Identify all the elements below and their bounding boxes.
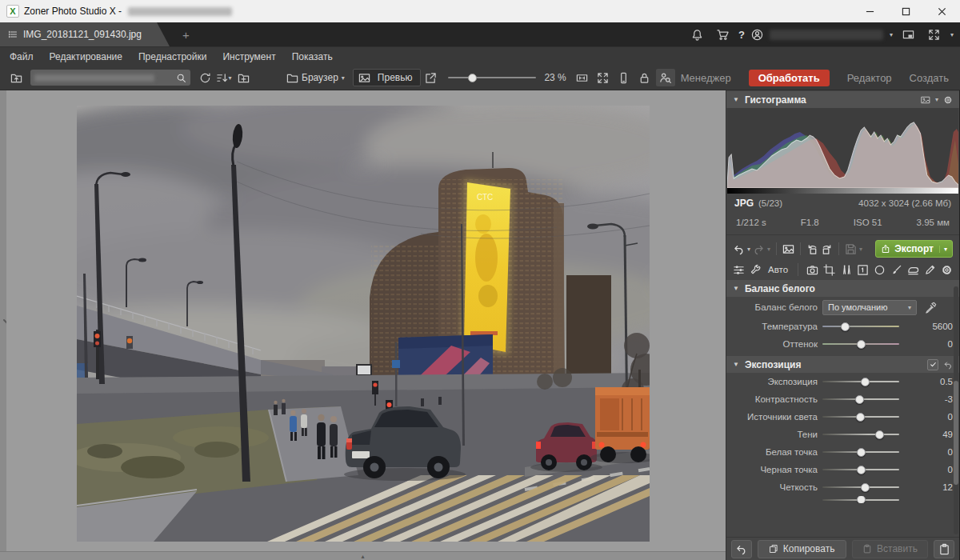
lock-zoom-button[interactable]	[635, 69, 654, 86]
account-chevron-down-icon[interactable]: ▾	[890, 31, 893, 38]
retouch-pen-icon[interactable]	[924, 264, 936, 276]
redo-chevron-down-icon[interactable]: ▾	[767, 246, 770, 253]
save-chevron-down-icon[interactable]: ▾	[859, 246, 862, 253]
device-preview-button[interactable]	[614, 69, 634, 86]
folder-up-button[interactable]	[6, 69, 26, 86]
redo-icon[interactable]	[753, 243, 765, 255]
browser-chevron-down-icon[interactable]: ▾	[342, 74, 345, 82]
mode-editor[interactable]: Редактор	[847, 72, 892, 84]
slider-handle[interactable]	[855, 395, 864, 404]
account-icon[interactable]	[751, 29, 763, 41]
filmstrip-toggle[interactable]: ▴	[0, 551, 726, 560]
refresh-button[interactable]	[195, 69, 214, 86]
partial-slider[interactable]	[822, 499, 899, 501]
panel-scrollbar-thumb[interactable]	[954, 381, 958, 485]
fullscreen-button[interactable]	[925, 26, 944, 43]
panel-scrollbar[interactable]	[954, 286, 958, 534]
menu-show[interactable]: Показать	[292, 51, 333, 62]
mode-develop[interactable]: Обработать	[749, 70, 830, 86]
sort-chevron-down-icon[interactable]: ▾	[228, 74, 231, 82]
white-balance-dropdown[interactable]: По умолчанию ▾	[822, 300, 917, 315]
export-chevron-down-icon[interactable]: ▾	[939, 246, 947, 253]
slider-handle[interactable]	[841, 322, 850, 331]
healing-icon[interactable]	[907, 264, 919, 276]
photo-preview[interactable]: СТС	[77, 106, 650, 542]
temperature-slider[interactable]	[822, 326, 899, 327]
path-search-input[interactable]	[30, 70, 190, 86]
compare-image-icon[interactable]	[782, 243, 794, 255]
maximize-button[interactable]	[888, 0, 924, 22]
menu-file[interactable]: Файл	[10, 51, 34, 62]
minimize-button[interactable]	[852, 0, 888, 22]
histogram-chevron-down-icon[interactable]: ▾	[935, 96, 938, 103]
quick-fix-wrench-icon[interactable]	[750, 264, 762, 276]
slider-handle[interactable]	[861, 483, 870, 492]
store-button[interactable]	[713, 26, 732, 43]
contrast-slider[interactable]	[822, 398, 899, 400]
paste-settings-button[interactable]: Вставить	[852, 540, 929, 558]
brush-icon[interactable]	[890, 264, 902, 276]
slider-handle[interactable]	[857, 340, 866, 349]
slider-handle[interactable]	[857, 466, 866, 474]
menu-presets[interactable]: Преднастройки	[138, 51, 207, 62]
frame-tool-icon[interactable]	[857, 264, 869, 276]
white-point-slider[interactable]	[822, 451, 899, 453]
collapse-triangle-icon[interactable]: ▼	[733, 361, 739, 368]
close-button[interactable]	[924, 0, 960, 22]
histogram-header[interactable]: ▼ Гистограмма ▾	[726, 91, 959, 108]
exposure-enabled-checkbox[interactable]	[927, 359, 938, 370]
auto-enhance-button[interactable]: Авто	[768, 265, 788, 274]
fullscreen-view-button[interactable]	[594, 69, 613, 86]
exposure-header[interactable]: ▼ Экспозиция	[726, 356, 959, 373]
undo-chevron-down-icon[interactable]: ▾	[747, 246, 750, 253]
copy-settings-button[interactable]: Копировать	[758, 540, 846, 558]
zoom-lock-button[interactable]	[656, 69, 675, 86]
black-point-slider[interactable]	[822, 469, 899, 470]
eyedropper-icon[interactable]	[925, 302, 937, 314]
settings-gear-icon[interactable]	[941, 264, 953, 276]
tab-image[interactable]: IMG_20181121_091430.jpg	[0, 22, 174, 46]
slider-handle[interactable]	[875, 430, 884, 439]
slider-handle[interactable]	[861, 378, 870, 386]
mode-manager[interactable]: Менеджер	[681, 72, 731, 84]
clipboard-button[interactable]	[934, 540, 954, 558]
menu-tool[interactable]: Инструмент	[222, 51, 275, 62]
zoom-slider-handle[interactable]	[468, 74, 477, 82]
rotate-right-icon[interactable]	[821, 243, 833, 255]
reset-undo-button[interactable]	[731, 540, 752, 558]
radial-filter-icon[interactable]	[874, 264, 886, 276]
fit-to-screen-button[interactable]	[573, 69, 592, 86]
notifications-button[interactable]	[687, 26, 706, 43]
detach-preview-button[interactable]	[421, 69, 440, 86]
browser-label[interactable]: Браузер	[302, 72, 338, 83]
export-button[interactable]: Экспорт ▾	[875, 240, 953, 258]
slider-handle[interactable]	[856, 413, 865, 422]
second-display-button[interactable]	[899, 26, 918, 43]
zoom-slider[interactable]	[448, 77, 536, 78]
white-balance-header[interactable]: ▼ Баланс белого	[726, 280, 959, 297]
rotate-left-icon[interactable]	[806, 243, 818, 255]
histogram-display-icon[interactable]	[921, 95, 930, 105]
straighten-icon[interactable]	[840, 264, 852, 276]
preview-button[interactable]: Превью	[353, 69, 422, 86]
camera-icon[interactable]	[806, 264, 818, 276]
menu-edit[interactable]: Редактирование	[50, 51, 122, 62]
histogram-settings-gear-icon[interactable]	[943, 95, 953, 105]
save-icon[interactable]	[845, 243, 857, 255]
adjustments-sliders-icon[interactable]	[733, 264, 745, 276]
mode-create[interactable]: Создать	[910, 72, 949, 84]
exposure-reset-undo-icon[interactable]	[943, 360, 953, 370]
shadows-slider[interactable]	[822, 434, 899, 435]
left-panel-expander[interactable]	[0, 90, 6, 551]
undo-icon[interactable]	[733, 243, 745, 255]
clarity-slider[interactable]	[822, 486, 899, 488]
sort-button[interactable]: ▾	[214, 69, 234, 86]
crop-icon[interactable]	[823, 264, 835, 276]
exposure-slider[interactable]	[822, 381, 899, 382]
slider-handle[interactable]	[857, 448, 866, 457]
new-tab-button[interactable]: +	[174, 22, 198, 46]
collapse-triangle-icon[interactable]: ▼	[733, 285, 739, 292]
lights-slider[interactable]	[822, 416, 899, 418]
fullscreen-chevron-down-icon[interactable]: ▾	[950, 31, 954, 38]
help-button[interactable]: ?	[738, 29, 745, 41]
